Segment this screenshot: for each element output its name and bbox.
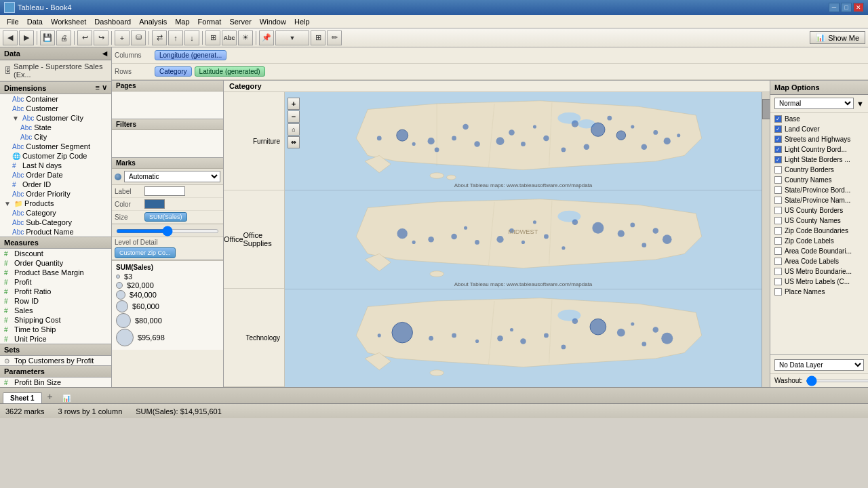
layer-country-names-checkbox[interactable]	[774, 176, 782, 184]
field-customer[interactable]: Abc Customer	[0, 104, 111, 113]
field-container[interactable]: Abc Container	[0, 94, 111, 104]
size-slider[interactable]	[116, 229, 219, 233]
zoom-out-btn[interactable]: −	[288, 110, 300, 123]
field-order-priority[interactable]: Abc Order Priority	[0, 189, 111, 199]
highlight-button[interactable]: ☀	[238, 30, 253, 45]
field-customer-segment[interactable]: Abc Customer Segment	[0, 142, 111, 151]
layer-streets-checkbox[interactable]: ✓	[774, 136, 782, 143]
marks-color-swatch[interactable]	[144, 199, 165, 209]
field-order-id[interactable]: # Order ID	[0, 180, 111, 189]
forward-button[interactable]: ▶	[19, 30, 34, 45]
save-button[interactable]: 💾	[40, 30, 55, 45]
field-state[interactable]: Abc State	[0, 123, 111, 132]
sort-asc-button[interactable]: ↑	[168, 30, 183, 45]
marks-size-pill[interactable]: SUM(Sales)	[144, 212, 187, 222]
layer-area-code-labels-checkbox[interactable]	[774, 258, 782, 265]
data-panel-collapse[interactable]: ◀	[102, 50, 107, 57]
viz-maps[interactable]: + − ⌂ ⇔ About Tableau maps: www.tableaus…	[285, 92, 762, 387]
field-shipping-cost[interactable]: # Shipping Cost	[0, 315, 111, 325]
param-profit-bin[interactable]: # Profit Bin Size	[0, 378, 111, 387]
map-style-select[interactable]: Normal	[774, 98, 854, 109]
menu-server[interactable]: Server	[225, 16, 255, 27]
layer-country-borders[interactable]: Country Borders	[770, 165, 868, 175]
marks-label-input[interactable]	[144, 186, 185, 196]
field-products-group[interactable]: ▼ 📁 Products	[0, 199, 111, 208]
layer-land-cover-checkbox[interactable]: ✓	[774, 125, 782, 133]
sheet-tab-1[interactable]: Sheet 1	[3, 392, 42, 403]
field-zip-code[interactable]: 🌐 Customer Zip Code	[0, 151, 111, 161]
pen-button[interactable]: ✏	[327, 30, 342, 45]
close-button[interactable]: ✕	[853, 3, 864, 12]
menu-help[interactable]: Help	[290, 16, 314, 27]
menu-analysis[interactable]: Analysis	[135, 16, 171, 27]
layer-base-checkbox[interactable]: ✓	[774, 115, 782, 123]
layer-land-cover[interactable]: ✓ Land Cover	[770, 124, 868, 134]
data-layer-select[interactable]: No Data Layer	[774, 359, 864, 371]
connect-button[interactable]: ⛁	[131, 30, 146, 45]
fix-axes-button[interactable]: 📌	[259, 30, 274, 45]
layer-zip-labels[interactable]: Zip Code Labels	[770, 236, 868, 246]
maximize-button[interactable]: □	[841, 3, 852, 12]
layer-zip-boundaries[interactable]: Zip Code Boundaries	[770, 226, 868, 236]
menu-worksheet[interactable]: Worksheet	[47, 16, 90, 27]
fit-button[interactable]: ⊞	[205, 30, 220, 45]
layer-light-country-checkbox[interactable]: ✓	[774, 146, 782, 153]
redo-button[interactable]: ↪	[94, 30, 108, 45]
minimize-button[interactable]: ─	[829, 3, 840, 12]
layer-us-metro-bound[interactable]: US Metro Boundarie...	[770, 266, 868, 277]
field-time-to-ship[interactable]: # Time to Ship	[0, 325, 111, 334]
menu-window[interactable]: Window	[256, 16, 290, 27]
columns-pill-longitude[interactable]: Longitude (generat...	[155, 50, 226, 60]
washout-slider[interactable]	[806, 380, 868, 382]
layer-us-metro-labels[interactable]: US Metro Labels (C...	[770, 277, 868, 287]
layer-area-code-labels[interactable]: Area Code Labels	[770, 256, 868, 266]
field-last-n-days[interactable]: # Last N days	[0, 161, 111, 170]
menu-dashboard[interactable]: Dashboard	[90, 16, 135, 27]
rows-pill-latitude[interactable]: Latitude (generated)	[195, 66, 265, 77]
layer-area-code-bound[interactable]: Area Code Boundari...	[770, 246, 868, 256]
layer-zip-boundaries-checkbox[interactable]	[774, 227, 782, 235]
data-source-row[interactable]: 🗄 Sample - Superstore Sales (Ex...	[0, 60, 111, 81]
field-profit-ratio[interactable]: # Profit Ratio	[0, 287, 111, 296]
layer-light-state-checkbox[interactable]: ✓	[774, 156, 782, 163]
layer-light-country[interactable]: ✓ Light Country Bord...	[770, 144, 868, 155]
menu-map[interactable]: Map	[171, 16, 193, 27]
map-office[interactable]: MIDWEST About Tableau maps: www.tableaus…	[285, 190, 762, 289]
add-sheet-button[interactable]: +	[43, 390, 57, 403]
zoom-in-btn[interactable]: +	[288, 98, 300, 110]
swap-button[interactable]: ⇄	[152, 30, 167, 45]
menu-format[interactable]: Format	[194, 16, 226, 27]
sets-header[interactable]: Sets	[0, 344, 111, 356]
field-order-quantity[interactable]: # Order Quantity	[0, 258, 111, 268]
field-unit-price[interactable]: # Unit Price	[0, 334, 111, 344]
map-technology[interactable]	[285, 289, 762, 387]
field-profit[interactable]: # Profit	[0, 277, 111, 287]
measures-header[interactable]: Measures	[0, 237, 111, 249]
grid-button[interactable]: ⊞	[311, 30, 326, 45]
rows-pill-category[interactable]: Category	[155, 66, 192, 77]
field-sub-category[interactable]: Abc Sub-Category	[0, 218, 111, 227]
menu-file[interactable]: File	[3, 16, 23, 27]
map-furniture[interactable]: + − ⌂ ⇔ About Tableau maps: www.tableaus…	[285, 92, 762, 190]
layer-country-borders-checkbox[interactable]	[774, 166, 782, 174]
view-button[interactable]: ▼	[275, 30, 309, 45]
layer-state-border-checkbox[interactable]	[774, 186, 782, 194]
field-sales[interactable]: # Sales	[0, 306, 111, 315]
layer-area-code-bound-checkbox[interactable]	[774, 247, 782, 255]
layer-place-names-checkbox[interactable]	[774, 288, 782, 296]
back-button[interactable]: ◀	[3, 30, 18, 45]
new-datasource-button[interactable]: +	[115, 30, 130, 45]
layer-us-metro-labels-checkbox[interactable]	[774, 278, 782, 285]
layer-us-county-borders[interactable]: US County Borders	[770, 205, 868, 216]
show-me-button[interactable]: 📊 Show Me	[810, 31, 865, 44]
layer-state-names-checkbox[interactable]	[774, 197, 782, 204]
layer-country-names[interactable]: Country Names	[770, 175, 868, 185]
marks-type-select[interactable]: Automatic	[124, 171, 220, 182]
add-dashboard-button[interactable]: 📊	[58, 393, 75, 403]
set-top-customers[interactable]: ⊙ Top Customers by Profit	[0, 356, 111, 365]
sort-desc-button[interactable]: ↓	[184, 30, 199, 45]
scrollbar-thumb[interactable]	[762, 99, 770, 119]
lod-pill[interactable]: Customer Zip Co...	[115, 247, 176, 258]
label-button[interactable]: Abc	[222, 30, 237, 45]
field-discount[interactable]: # Discount	[0, 249, 111, 258]
